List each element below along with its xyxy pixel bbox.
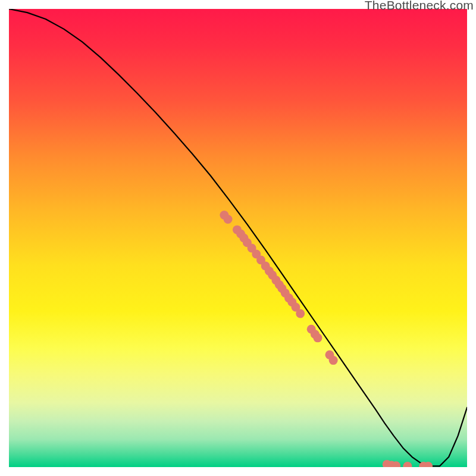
chart-container: TheBottleneck.com [0, 0, 476, 476]
watermark-text: TheBottleneck.com [365, 0, 474, 12]
plot-background-gradient [9, 9, 467, 467]
